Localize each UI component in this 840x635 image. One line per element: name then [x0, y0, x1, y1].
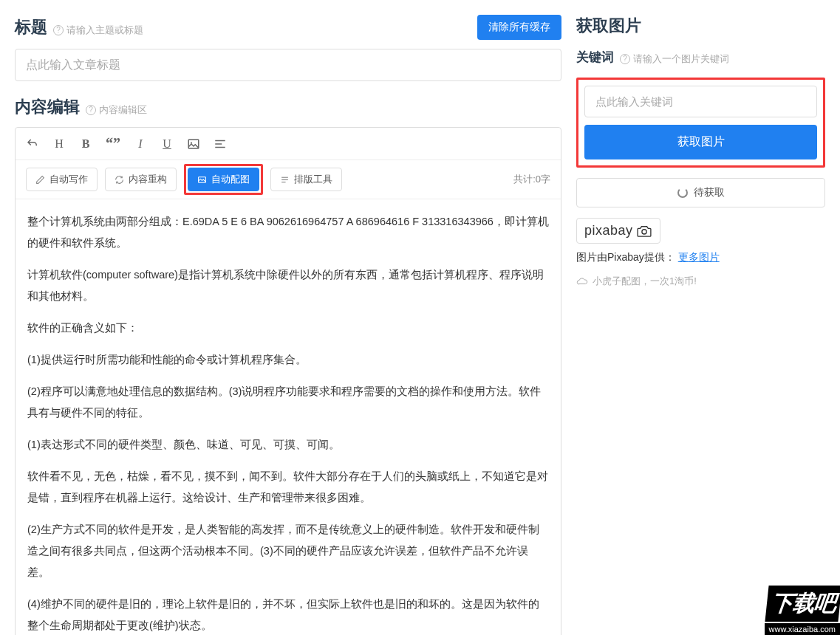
get-image-label: 获取图片: [576, 15, 641, 37]
watermark-url: www.xiazaiba.com: [765, 623, 840, 635]
keyword-input[interactable]: [584, 86, 817, 117]
keyword-hint: ? 请输入一个图片关键词: [620, 52, 729, 66]
more-images-link[interactable]: 更多图片: [678, 251, 720, 263]
content-section-header: 内容编辑 ? 内容编辑区: [15, 96, 561, 118]
editor-actions-toolbar: 自动写作 内容重构 自动配图 排版工具 共计:0字: [16, 160, 561, 199]
get-image-header: 获取图片: [576, 15, 825, 37]
auto-write-button[interactable]: 自动写作: [26, 168, 98, 191]
get-image-button[interactable]: 获取图片: [584, 125, 817, 159]
info-icon: ?: [620, 54, 630, 64]
quote-icon[interactable]: “”: [106, 135, 120, 152]
paragraph: 计算机软件(computer software)是指计算机系统中除硬件以外的所有…: [21, 264, 555, 307]
refresh-icon: [115, 175, 124, 185]
title-hint: ? 请输入主题或标题: [53, 24, 143, 37]
keyword-highlight-box: 获取图片: [576, 78, 825, 168]
underline-icon[interactable]: U: [160, 137, 174, 151]
editor-box: H B “” I U 自动写作 内容重: [15, 127, 561, 635]
info-icon: ?: [53, 25, 64, 35]
camera-icon: [636, 225, 652, 237]
paragraph: 软件看不见，无色，枯燥，看不见，摸不到，闻不到。软件大部分存在于人们的头脑或纸上…: [21, 466, 555, 509]
pencil-icon: [35, 175, 45, 185]
layout-tools-button[interactable]: 排版工具: [270, 168, 342, 191]
image-icon[interactable]: [187, 137, 200, 151]
restructure-button[interactable]: 内容重构: [105, 168, 177, 191]
editor-toolbar: H B “” I U: [16, 128, 561, 160]
keyword-header: 关键词 ? 请输入一个图片关键词: [576, 49, 825, 66]
article-title-input[interactable]: [15, 49, 561, 81]
side-footer: 小虎子配图，一次1淘币!: [576, 275, 825, 288]
auto-image-highlight: 自动配图: [184, 164, 263, 195]
loading-icon: [677, 188, 688, 198]
title-section-header: 标题 ? 请输入主题或标题 清除所有缓存: [15, 15, 561, 40]
paragraph: 软件的正确含义如下：: [21, 318, 555, 339]
paragraph: (1)提供运行时所需功能和性能的命令或计算机程序集合。: [21, 349, 555, 371]
layout-icon: [280, 175, 290, 185]
paragraph: (4)维护不同的硬件是旧的，理论上软件是旧的，并不坏，但实际上软件也是旧的和坏的…: [21, 594, 555, 635]
auto-image-button[interactable]: 自动配图: [188, 168, 259, 191]
content-hint: ? 内容编辑区: [86, 103, 147, 117]
editor-content[interactable]: 整个计算机系统由两部分组成：E.69DA 5 E 6 BA 9062616964…: [16, 199, 561, 635]
title-label: 标题: [15, 16, 47, 38]
clear-cache-button[interactable]: 清除所有缓存: [477, 15, 561, 40]
paragraph: (2)生产方式不同的软件是开发，是人类智能的高发挥，而不是传统意义上的硬件制造。…: [21, 519, 555, 583]
watermark: 下载吧 www.xiazaiba.com: [733, 576, 840, 635]
info-icon: ?: [86, 105, 96, 115]
heading-icon[interactable]: H: [52, 137, 66, 151]
paragraph: (1)表达形式不同的硬件类型、颜色、味道、可见、可摸、可闻。: [21, 434, 555, 456]
content-label: 内容编辑: [15, 96, 80, 118]
keyword-label: 关键词: [576, 49, 614, 66]
cloud-icon: [576, 277, 588, 286]
watermark-logo: 下载吧: [765, 586, 840, 622]
paragraph: (2)程序可以满意地处理信息的数据结构。(3)说明程序功能要求和程序需要的文档的…: [21, 381, 555, 424]
image-credit: 图片由Pixabay提供： 更多图片: [576, 251, 825, 264]
svg-point-9: [641, 229, 646, 233]
paragraph: 整个计算机系统由两部分组成：E.69DA 5 E 6 BA 9062616964…: [21, 211, 555, 254]
image-match-icon: [197, 175, 207, 185]
pixabay-logo-text: pixabay: [584, 223, 633, 238]
bold-icon[interactable]: B: [79, 137, 92, 151]
align-left-icon[interactable]: [214, 137, 227, 151]
undo-icon[interactable]: [26, 137, 39, 151]
pixabay-badge: pixabay: [576, 218, 660, 244]
italic-icon[interactable]: I: [134, 137, 147, 151]
pending-button[interactable]: 待获取: [576, 178, 825, 207]
word-counter: 共计:0字: [513, 173, 550, 186]
